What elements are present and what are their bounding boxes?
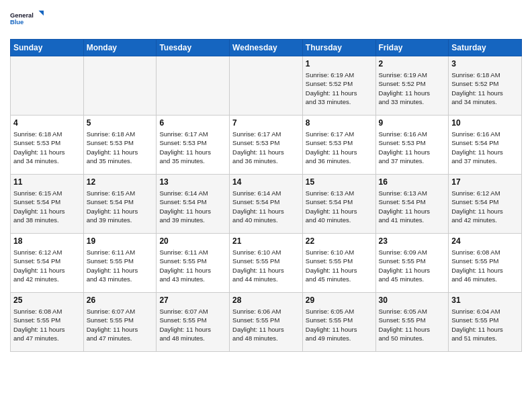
cell-info: and 43 minutes. — [87, 275, 154, 283]
cell-info: Sunrise: 6:14 AM — [159, 189, 226, 197]
cell-info: Sunset: 5:53 PM — [232, 138, 300, 147]
page: General Blue SundayMondayTuesdayWednesda… — [0, 0, 532, 411]
cell-info: Daylight: 11 hours — [232, 207, 300, 216]
cell-info: and 35 minutes. — [87, 156, 154, 165]
calendar-cell: 26Sunrise: 6:07 AMSunset: 5:55 PMDayligh… — [83, 293, 157, 352]
cell-info: Sunset: 5:52 PM — [451, 79, 519, 88]
svg-text:Blue: Blue — [10, 19, 24, 26]
day-number: 14 — [232, 177, 300, 187]
day-number: 17 — [451, 177, 519, 187]
cell-info: Sunset: 5:55 PM — [451, 257, 519, 265]
cell-info: and 44 minutes. — [232, 275, 300, 283]
day-number: 19 — [87, 236, 154, 246]
calendar-cell: 20Sunrise: 6:11 AMSunset: 5:55 PMDayligh… — [157, 234, 230, 293]
day-number: 26 — [87, 295, 154, 306]
calendar-cell: 25Sunrise: 6:08 AMSunset: 5:55 PMDayligh… — [11, 293, 84, 352]
week-row-4: 18Sunrise: 6:12 AMSunset: 5:54 PMDayligh… — [11, 234, 522, 293]
calendar-cell — [11, 56, 84, 116]
cell-info: and 39 minutes. — [159, 216, 226, 224]
cell-info: Daylight: 11 hours — [159, 266, 226, 275]
cell-info: Sunset: 5:55 PM — [232, 316, 300, 324]
cell-info: Daylight: 11 hours — [87, 207, 154, 216]
cell-info: Sunset: 5:55 PM — [13, 316, 81, 324]
col-header-wednesday: Wednesday — [230, 40, 303, 56]
cell-info: Sunrise: 6:16 AM — [379, 130, 446, 138]
cell-info: Sunset: 5:52 PM — [306, 79, 373, 88]
cell-info: Sunrise: 6:18 AM — [451, 71, 519, 79]
day-number: 6 — [159, 118, 226, 128]
cell-info: and 40 minutes. — [306, 216, 373, 224]
cell-info: Daylight: 11 hours — [379, 325, 446, 334]
cell-info: and 35 minutes. — [159, 156, 226, 165]
calendar-cell: 19Sunrise: 6:11 AMSunset: 5:55 PMDayligh… — [83, 234, 157, 293]
cell-info: Sunrise: 6:10 AM — [306, 248, 373, 257]
cell-info: Daylight: 11 hours — [451, 266, 519, 275]
logo: General Blue — [10, 7, 44, 34]
cell-info: and 41 minutes. — [379, 216, 446, 224]
cell-info: and 48 minutes. — [159, 334, 226, 342]
cell-info: Daylight: 11 hours — [306, 207, 373, 216]
cell-info: Sunset: 5:54 PM — [13, 197, 81, 206]
cell-info: and 49 minutes. — [306, 334, 373, 342]
calendar-cell: 27Sunrise: 6:07 AMSunset: 5:55 PMDayligh… — [157, 293, 230, 352]
cell-info: Sunrise: 6:17 AM — [306, 130, 373, 138]
cell-info: Sunset: 5:55 PM — [451, 316, 519, 324]
calendar-cell: 9Sunrise: 6:16 AMSunset: 5:53 PMDaylight… — [375, 116, 449, 175]
cell-info: Sunrise: 6:15 AM — [13, 189, 81, 197]
day-number: 29 — [306, 295, 373, 306]
day-number: 21 — [232, 236, 300, 246]
calendar-cell: 2Sunrise: 6:19 AMSunset: 5:52 PMDaylight… — [375, 56, 449, 116]
calendar-cell: 5Sunrise: 6:18 AMSunset: 5:53 PMDaylight… — [83, 116, 157, 175]
cell-info: Sunset: 5:54 PM — [87, 197, 154, 206]
calendar-cell: 8Sunrise: 6:17 AMSunset: 5:53 PMDaylight… — [302, 116, 375, 175]
cell-info: and 39 minutes. — [87, 216, 154, 224]
cell-info: Daylight: 11 hours — [306, 325, 373, 334]
day-number: 31 — [451, 295, 519, 306]
cell-info: Sunset: 5:54 PM — [451, 138, 519, 147]
cell-info: Sunset: 5:53 PM — [306, 138, 373, 147]
calendar-cell — [83, 56, 157, 116]
cell-info: Sunrise: 6:05 AM — [379, 307, 446, 316]
cell-info: Sunrise: 6:12 AM — [13, 248, 81, 257]
calendar-cell: 21Sunrise: 6:10 AMSunset: 5:55 PMDayligh… — [230, 234, 303, 293]
calendar-cell: 1Sunrise: 6:19 AMSunset: 5:52 PMDaylight… — [302, 56, 375, 116]
day-number: 22 — [306, 236, 373, 246]
cell-info: Sunset: 5:54 PM — [13, 257, 81, 265]
cell-info: Daylight: 11 hours — [306, 266, 373, 275]
cell-info: and 51 minutes. — [451, 334, 519, 342]
cell-info: Daylight: 11 hours — [159, 207, 226, 216]
cell-info: and 34 minutes. — [451, 97, 519, 106]
cell-info: and 47 minutes. — [87, 334, 154, 342]
cell-info: Daylight: 11 hours — [306, 89, 373, 97]
cell-info: Sunrise: 6:19 AM — [379, 71, 446, 79]
calendar-cell: 23Sunrise: 6:09 AMSunset: 5:55 PMDayligh… — [375, 234, 449, 293]
day-number: 18 — [13, 236, 81, 246]
calendar-header-row: SundayMondayTuesdayWednesdayThursdayFrid… — [11, 40, 522, 56]
cell-info: Sunrise: 6:16 AM — [451, 130, 519, 138]
cell-info: Daylight: 11 hours — [87, 325, 154, 334]
cell-info: and 34 minutes. — [13, 156, 81, 165]
cell-info: Sunrise: 6:11 AM — [87, 248, 154, 257]
cell-info: Sunrise: 6:19 AM — [306, 71, 373, 79]
day-number: 4 — [13, 118, 81, 128]
cell-info: Sunset: 5:55 PM — [87, 316, 154, 324]
cell-info: Daylight: 11 hours — [232, 266, 300, 275]
cell-info: and 42 minutes. — [13, 275, 81, 283]
cell-info: Sunrise: 6:18 AM — [13, 130, 81, 138]
day-number: 9 — [379, 118, 446, 128]
calendar-cell: 24Sunrise: 6:08 AMSunset: 5:55 PMDayligh… — [449, 234, 522, 293]
col-header-thursday: Thursday — [302, 40, 375, 56]
cell-info: Sunrise: 6:11 AM — [159, 248, 226, 257]
cell-info: Sunrise: 6:06 AM — [232, 307, 300, 316]
header: General Blue — [10, 7, 522, 34]
day-number: 11 — [13, 177, 81, 187]
calendar-cell: 28Sunrise: 6:06 AMSunset: 5:55 PMDayligh… — [230, 293, 303, 352]
calendar-cell: 30Sunrise: 6:05 AMSunset: 5:55 PMDayligh… — [375, 293, 449, 352]
day-number: 2 — [379, 58, 446, 69]
cell-info: Daylight: 11 hours — [13, 148, 81, 156]
cell-info: and 40 minutes. — [232, 216, 300, 224]
cell-info: and 46 minutes. — [451, 275, 519, 283]
col-header-sunday: Sunday — [11, 40, 84, 56]
calendar-cell: 3Sunrise: 6:18 AMSunset: 5:52 PMDaylight… — [449, 56, 522, 116]
cell-info: Sunset: 5:54 PM — [379, 197, 446, 206]
